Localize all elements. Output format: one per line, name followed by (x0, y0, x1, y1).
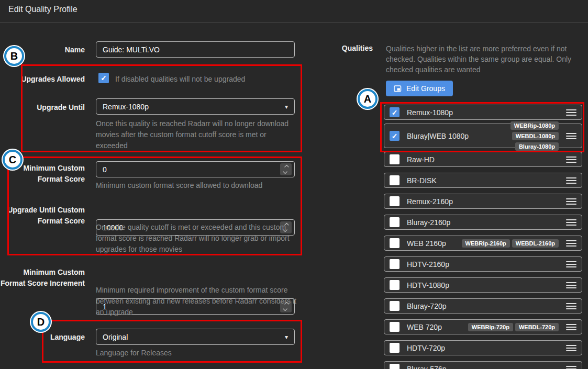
quality-row[interactable]: ✓ Bluray-720p (384, 298, 582, 314)
chevron-down-icon: ▾ (285, 334, 288, 340)
quality-checkbox[interactable]: ✓ (390, 217, 400, 227)
upgrades-allowed-checkbox[interactable]: ✓ (98, 73, 109, 83)
name-input[interactable] (96, 41, 295, 58)
name-label: Name (0, 44, 85, 55)
quality-row[interactable]: ✓ BR-DISK (384, 173, 582, 188)
upgrades-allowed-help: If disabled qualities will not be upgrad… (115, 74, 304, 85)
qualities-help: Qualities higher in the list are more pr… (386, 43, 581, 75)
page-title: Edit Quality Profile (8, 5, 77, 14)
upgrades-allowed-label: Upgrades Allowed (0, 74, 85, 85)
header-divider (0, 22, 588, 23)
quality-badge: WEBDL-1080p (512, 132, 559, 140)
quality-label: Remux-2160p (407, 197, 453, 206)
quality-checkbox[interactable]: ✓ (390, 107, 400, 117)
quality-row[interactable]: ✓ Remux-1080p (384, 105, 582, 120)
min-format-score-input[interactable]: 0 (96, 161, 295, 177)
quality-row[interactable]: ✓ WEB 2160p WEBRip-2160p WEBDL-2160p (384, 236, 582, 251)
quality-row[interactable]: ✓ HDTV-720p (384, 340, 582, 355)
quality-checkbox[interactable]: ✓ (390, 154, 400, 164)
quality-label: Bluray-2160p (407, 218, 450, 227)
drag-handle-icon[interactable] (566, 109, 576, 116)
drag-handle-icon[interactable] (566, 366, 576, 369)
quality-label: HDTV-2160p (407, 260, 449, 269)
quality-badge: Bluray-1080p (515, 142, 559, 151)
quality-checkbox[interactable]: ✓ (390, 280, 400, 290)
upgrade-until-format-score-help: Once the quality cutoff is met or exceed… (96, 222, 299, 255)
quality-row[interactable]: ✓ HDTV-2160p (384, 256, 582, 272)
drag-handle-icon[interactable] (566, 303, 576, 309)
drag-handle-icon[interactable] (566, 240, 576, 247)
language-help: Language for Releases (96, 348, 299, 359)
quality-label: HDTV-720p (407, 344, 445, 352)
check-icon: ✓ (392, 109, 398, 116)
quality-row[interactable]: ✓ WEB 720p WEBRip-720p WEBDL-720p (384, 319, 582, 334)
language-value: Original (103, 333, 128, 341)
annotation-marker-d: D (31, 312, 51, 332)
quality-label: Bluray-576p (407, 365, 447, 369)
quality-checkbox[interactable]: ✓ (390, 364, 400, 369)
language-label: Language (0, 332, 85, 343)
min-format-score-help: Minimum custom format score allowed to d… (96, 180, 299, 191)
quality-row[interactable]: ✓ Bluray-576p (384, 361, 582, 369)
quality-badges: WEBRip-720p WEBDL-720p (446, 323, 559, 331)
min-format-score-increment-label: Minimum Custom Format Score Increment (0, 267, 85, 289)
drag-handle-icon[interactable] (566, 198, 576, 205)
drag-handle-icon[interactable] (566, 345, 576, 351)
quality-badge: WEBRip-720p (468, 323, 513, 331)
quality-row[interactable]: ✓ Raw-HD (384, 152, 582, 167)
quality-label: HDTV-1080p (407, 281, 449, 289)
quality-label: Raw-HD (407, 155, 435, 164)
quality-badge: WEBRip-2160p (462, 239, 510, 248)
upgrade-until-format-score-label: Upgrade Until Custom Format Score (0, 205, 85, 227)
qualities-label: Qualities (314, 44, 373, 52)
quality-checkbox[interactable]: ✓ (390, 131, 400, 141)
min-format-score-label: Minimum Custom Format Score (0, 163, 85, 185)
quality-checkbox[interactable]: ✓ (390, 301, 400, 311)
min-format-score-value: 0 (103, 165, 107, 174)
quality-checkbox[interactable]: ✓ (390, 175, 400, 185)
drag-handle-icon[interactable] (566, 133, 576, 139)
quality-label: Bluray-720p (407, 302, 447, 310)
check-icon: ✓ (101, 74, 107, 82)
quality-label: WEB 2160p (407, 239, 446, 248)
spinner-up-icon (284, 165, 289, 169)
quality-badges: WEBRip-2160p WEBDL-2160p (446, 239, 559, 248)
quality-label: Remux-1080p (407, 108, 453, 117)
quality-row[interactable]: ✓ Bluray|WEB 1080p WEBRip-1080p WEBDL-10… (384, 124, 582, 148)
quality-row[interactable]: ✓ Remux-2160p (384, 194, 582, 209)
min-format-score-increment-help: Minimum required improvement of the cust… (96, 285, 299, 318)
upgrade-until-select[interactable]: Remux-1080p ▾ (96, 98, 295, 115)
edit-groups-button[interactable]: Edit Groups (386, 81, 453, 96)
object-group-icon (394, 85, 402, 92)
quality-checkbox[interactable]: ✓ (390, 259, 400, 269)
number-spinner[interactable] (280, 163, 292, 175)
language-select[interactable]: Original ▾ (96, 329, 295, 345)
edit-quality-profile-modal: Edit Quality Profile Name Upgrades Allow… (0, 0, 588, 369)
quality-row[interactable]: ✓ HDTV-1080p (384, 277, 582, 293)
quality-badge: WEBRip-1080p (511, 121, 559, 130)
upgrade-until-help: Once this quality is reached Radarr will… (96, 118, 299, 151)
quality-label: WEB 720p (407, 323, 442, 331)
quality-row[interactable]: ✓ Bluray-2160p (384, 215, 582, 230)
drag-handle-icon[interactable] (566, 177, 576, 184)
quality-badge: WEBDL-720p (515, 323, 559, 331)
drag-handle-icon[interactable] (566, 324, 576, 330)
upgrade-until-label: Upgrade Until (0, 102, 85, 113)
quality-badge: WEBDL-2160p (512, 239, 559, 248)
quality-badges: WEBRip-1080p WEBDL-1080p Bluray-1080p (469, 121, 559, 151)
upgrade-until-value: Remux-1080p (103, 103, 149, 111)
quality-label: Bluray|WEB 1080p (407, 132, 469, 140)
quality-checkbox[interactable]: ✓ (390, 322, 400, 332)
quality-checkbox[interactable]: ✓ (390, 196, 400, 206)
quality-checkbox[interactable]: ✓ (390, 343, 400, 353)
quality-checkbox[interactable]: ✓ (390, 238, 400, 248)
drag-handle-icon[interactable] (566, 219, 576, 226)
spinner-down-icon (283, 170, 287, 174)
drag-handle-icon[interactable] (566, 156, 576, 163)
drag-handle-icon[interactable] (566, 282, 576, 288)
check-icon: ✓ (392, 132, 398, 140)
chevron-down-icon: ▾ (285, 104, 288, 110)
quality-label: BR-DISK (407, 176, 437, 185)
annotation-marker-a: A (358, 89, 378, 109)
drag-handle-icon[interactable] (566, 261, 576, 267)
